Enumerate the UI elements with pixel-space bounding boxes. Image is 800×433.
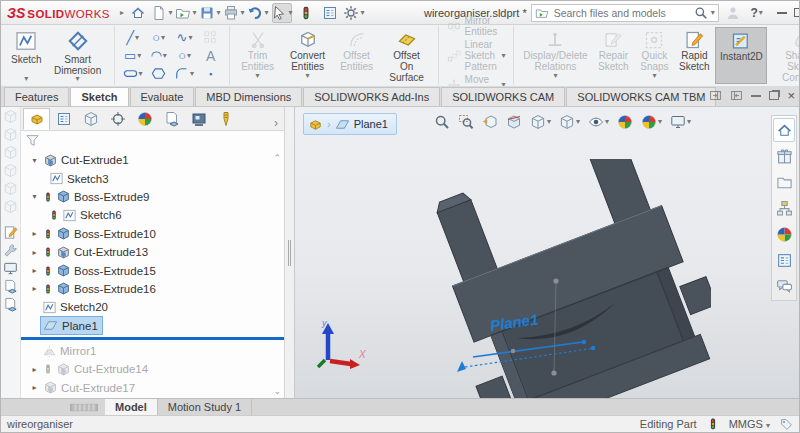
mirror-entities-button[interactable]: Mirror Entities bbox=[447, 15, 506, 37]
expand-arrow-icon[interactable]: ▸ bbox=[29, 383, 40, 392]
hide-show-items-button[interactable]: ▾ bbox=[587, 113, 610, 131]
circle-tool-button[interactable]: ○▾ bbox=[146, 30, 172, 45]
tree-item-boss-extrude9[interactable]: ▾ Boss-Extrude9 bbox=[21, 188, 284, 206]
tab-dimxpert[interactable] bbox=[104, 108, 131, 130]
quick-snaps-button[interactable]: Quick Snaps ▾ bbox=[635, 27, 673, 84]
polygon-tool-button[interactable] bbox=[146, 66, 172, 81]
filter-funnel-icon[interactable] bbox=[25, 133, 40, 148]
select-tool-button[interactable]: ▾ bbox=[272, 3, 292, 23]
tree-item-cut-extrude13[interactable]: ▸ Cut-Extrude13 bbox=[21, 243, 284, 261]
tree-item-cut-extrude17[interactable]: ▸ Cut-Extrude17 bbox=[21, 379, 284, 397]
linear-sketch-pattern-button[interactable]: Linear Sketch Pattern▾ bbox=[447, 39, 506, 72]
tab-cam-operation-tree[interactable] bbox=[185, 108, 212, 130]
instant2d-button[interactable]: Instant2D bbox=[715, 27, 767, 84]
view-settings-button[interactable]: ▾ bbox=[669, 113, 692, 131]
view-cube-icon-1[interactable] bbox=[3, 109, 18, 124]
tab-model[interactable]: Model bbox=[105, 399, 158, 415]
tab-cam-tools[interactable] bbox=[212, 108, 239, 130]
forum-button[interactable] bbox=[773, 274, 795, 298]
section-view-button[interactable] bbox=[505, 113, 523, 131]
tree-item-sketch20[interactable]: Sketch20 bbox=[21, 298, 284, 316]
task-pane-home-button[interactable] bbox=[773, 118, 795, 142]
options-button[interactable]: ▾ bbox=[344, 3, 364, 23]
undo-button[interactable]: ▾ bbox=[248, 3, 268, 23]
spline-tool-button[interactable]: ∿▾ bbox=[172, 30, 198, 45]
save-button[interactable]: ▾ bbox=[200, 3, 220, 23]
tree-item-mirror1[interactable]: Mirror1 bbox=[21, 342, 284, 360]
tab-evaluate[interactable]: Evaluate bbox=[130, 87, 195, 106]
tree-scroll-down-icon[interactable]: ⌄ bbox=[273, 386, 281, 396]
zoom-to-fit-button[interactable] bbox=[433, 113, 451, 131]
search-dropdown-icon[interactable]: ▾ bbox=[711, 9, 715, 17]
tab-cam-feature-tree[interactable] bbox=[158, 108, 185, 130]
expand-arrow-icon[interactable]: ▸ bbox=[29, 248, 40, 257]
custom-properties-button[interactable] bbox=[773, 248, 795, 272]
expand-arrow-icon[interactable]: ▸ bbox=[29, 229, 40, 238]
search-icon[interactable] bbox=[694, 6, 708, 20]
doc-restore-button[interactable] bbox=[769, 91, 779, 100]
point-tool-button[interactable]: ▪ bbox=[198, 69, 224, 79]
tab-sketch[interactable]: Sketch bbox=[70, 87, 128, 106]
rectangle-tool-button[interactable]: ▭▾ bbox=[120, 48, 146, 63]
tab-solidworks-add-ins[interactable]: SOLIDWORKS Add-Ins bbox=[303, 87, 440, 106]
splitter-grip[interactable] bbox=[288, 240, 291, 266]
text-tool-button[interactable]: A bbox=[198, 48, 224, 64]
expand-arrow-icon[interactable]: ▸ bbox=[29, 266, 40, 275]
zoom-to-area-button[interactable] bbox=[457, 113, 475, 131]
home-button[interactable] bbox=[128, 3, 148, 23]
tree-item-sketch6[interactable]: Sketch6 bbox=[21, 206, 284, 224]
tag-icon[interactable] bbox=[780, 418, 793, 431]
display-delete-relations-button[interactable]: Display/Delete Relations ▾ bbox=[519, 27, 591, 84]
rollback-bar[interactable] bbox=[21, 337, 284, 340]
doc-minimize-button[interactable] bbox=[751, 95, 761, 97]
new-document-button[interactable]: ▾ bbox=[152, 3, 172, 23]
file-explorer-button[interactable] bbox=[773, 170, 795, 194]
panel-splitter[interactable] bbox=[284, 107, 295, 398]
sketch-pattern-button[interactable] bbox=[198, 30, 224, 45]
panel-tabs-overflow-icon[interactable]: › bbox=[274, 116, 282, 130]
pane-left-icon[interactable] bbox=[709, 89, 722, 102]
tree-item-boss-extrude15[interactable]: ▸ Boss-Extrude15 bbox=[21, 261, 284, 279]
tree-item-boss-extrude16[interactable]: ▸ Boss-Extrude16 bbox=[21, 280, 284, 298]
tab-configuration-manager[interactable] bbox=[77, 108, 104, 130]
offset-on-surface-button[interactable]: Offset On Surface bbox=[381, 27, 433, 84]
offset-entities-button[interactable]: Offset Entities bbox=[335, 27, 379, 84]
shaded-sketch-contours-button[interactable]: Shaded Sketch Contours bbox=[769, 27, 800, 84]
rapid-sketch-button[interactable]: Rapid Sketch bbox=[675, 27, 713, 84]
apply-scene-button[interactable]: ▾ bbox=[640, 113, 663, 131]
expand-arrow-icon[interactable]: ▸ bbox=[29, 365, 40, 374]
wrench-icon[interactable] bbox=[3, 243, 18, 258]
view-cube-icon-3[interactable] bbox=[3, 145, 18, 160]
expand-arrow-icon[interactable]: ▸ bbox=[29, 284, 40, 293]
appearances-button[interactable] bbox=[773, 222, 795, 246]
monitor-icon[interactable] bbox=[3, 261, 18, 276]
tree-item-cut-extrude14[interactable]: ▸ Cut-Extrude14 bbox=[21, 360, 284, 378]
fillet-tool-button[interactable]: ▾ bbox=[172, 67, 198, 81]
design-library-button[interactable] bbox=[773, 144, 795, 168]
arc-tool-button[interactable]: ◠▾ bbox=[146, 48, 172, 63]
tree-item-plane1[interactable]: Plane1 bbox=[21, 317, 284, 335]
line-tool-button[interactable]: ╱▾ bbox=[120, 30, 146, 45]
slot-tool-button[interactable]: ▾ bbox=[120, 66, 146, 81]
previous-view-button[interactable] bbox=[481, 113, 499, 131]
help-button[interactable]: ?▾ bbox=[747, 3, 767, 23]
minimize-button[interactable] bbox=[777, 12, 787, 14]
tab-motion-study-1[interactable]: Motion Study 1 bbox=[158, 399, 252, 415]
view-cube-icon-5[interactable] bbox=[3, 181, 18, 196]
expand-arrow-icon[interactable]: ▾ bbox=[29, 156, 40, 165]
graphics-viewport[interactable]: › Plane1 ▾ ▾ ▾ ▾ ▾ bbox=[295, 107, 799, 398]
smart-dimension-button[interactable]: Smart Dimension ▾ bbox=[47, 27, 109, 84]
open-button[interactable]: ▾ bbox=[176, 3, 196, 23]
sketch-button[interactable]: Sketch ▾ bbox=[8, 27, 45, 84]
doc-close-button[interactable]: × bbox=[787, 89, 795, 102]
print-button[interactable]: ▾ bbox=[224, 3, 244, 23]
tree-scroll-up-icon[interactable]: ⌃ bbox=[273, 153, 281, 163]
view-cube-icon-4[interactable] bbox=[3, 163, 18, 178]
maximize-button[interactable] bbox=[794, 8, 800, 17]
selection-breadcrumb[interactable]: › Plane1 bbox=[303, 113, 397, 135]
edit-appearance-button[interactable] bbox=[616, 113, 634, 131]
convert-entities-button[interactable]: Convert Entities ▾ bbox=[283, 27, 333, 84]
layers-icon[interactable] bbox=[3, 279, 18, 294]
view-cube-icon-2[interactable] bbox=[3, 127, 18, 142]
repair-sketch-button[interactable]: Repair Sketch bbox=[593, 27, 633, 84]
